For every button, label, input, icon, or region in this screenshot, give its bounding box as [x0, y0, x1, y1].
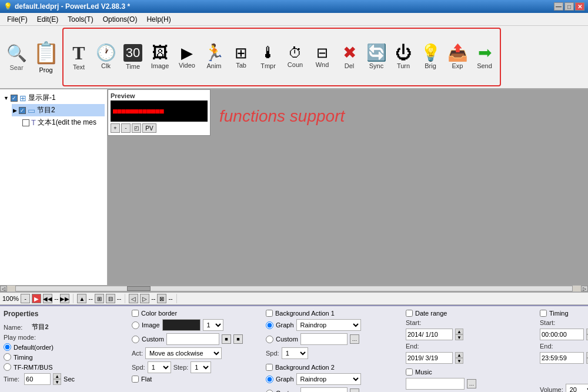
start-date-input[interactable]: [406, 329, 453, 340]
custom2-input[interactable]: [300, 387, 348, 392]
bg-action2-checkbox[interactable]: [266, 364, 273, 371]
music-input[interactable]: [406, 378, 465, 390]
menu-file[interactable]: File(F): [2, 14, 32, 25]
playmode-timing-radio[interactable]: [4, 353, 11, 361]
tree-item-text[interactable]: T 文本1(edit the mes: [21, 116, 105, 129]
tree-item-program[interactable]: ▶ ✓ ▭ 节目2: [12, 104, 105, 116]
tree-checkbox-screen[interactable]: ✓: [11, 95, 18, 102]
sync-button[interactable]: 🔄 Sync: [363, 31, 389, 83]
anim-button[interactable]: 🏃 Anim: [201, 31, 227, 83]
music-browse-btn[interactable]: …: [467, 379, 476, 388]
playmode-tf-radio[interactable]: [4, 363, 11, 371]
nav-right-btn[interactable]: ▷: [140, 294, 149, 303]
play-btn[interactable]: ▶: [32, 294, 41, 303]
spd-select[interactable]: 1: [148, 361, 171, 373]
nav-up-btn[interactable]: ▲: [77, 294, 86, 303]
graph1-select[interactable]: Raindrop: [296, 319, 361, 331]
scroll-right-arrow[interactable]: ▷: [581, 286, 588, 292]
preview-zoom-in[interactable]: +: [111, 123, 120, 133]
zoom-minus-btn[interactable]: -: [21, 294, 30, 303]
scroll-thumb[interactable]: [127, 286, 151, 291]
image-radio[interactable]: [132, 321, 139, 329]
preview-zoom-out[interactable]: -: [121, 123, 131, 133]
timing-start-input[interactable]: [540, 329, 584, 340]
music-checkbox[interactable]: [406, 368, 413, 376]
custom-btn1[interactable]: ■: [222, 334, 231, 344]
tree-item-screen[interactable]: ▼ ✓ ⊞ 显示屏-1: [2, 92, 105, 104]
custom-radio[interactable]: [132, 336, 139, 343]
del-button[interactable]: ✖ Del: [336, 31, 362, 83]
image-button[interactable]: 🖼 Image: [147, 31, 173, 83]
time-button[interactable]: 30 Time: [120, 31, 146, 83]
graph2-select[interactable]: Raindrop: [296, 373, 361, 385]
timing-start-input-row: ▲ ▼: [540, 329, 588, 340]
start-date-down[interactable]: ▼: [455, 334, 463, 340]
clk-button[interactable]: 🕐 Clk: [93, 31, 119, 83]
custom1-input[interactable]: [300, 333, 348, 345]
minimize-button[interactable]: —: [554, 2, 563, 11]
nav-expand-btn[interactable]: ⊞: [95, 294, 104, 303]
playmode-default-radio[interactable]: [4, 343, 11, 351]
nav-extra-btn[interactable]: ⊠: [157, 294, 166, 303]
volume-select[interactable]: 20: [566, 384, 588, 392]
color-border-checkbox[interactable]: [132, 310, 139, 317]
search-button[interactable]: 🔍 Sear: [4, 31, 29, 83]
exp-button[interactable]: 📤 Exp: [445, 31, 470, 83]
bg-action1-label: Background Action 1: [275, 310, 335, 317]
spd1-select[interactable]: 1: [282, 347, 308, 359]
left-panel: ▼ ✓ ⊞ 显示屏-1 ▶ ✓ ▭ 节目2 T 文本1(edit the mes: [0, 89, 108, 285]
tmpr-button[interactable]: 🌡 Tmpr: [255, 31, 281, 83]
menu-tools[interactable]: Tools(T): [63, 14, 98, 25]
custom1-btn[interactable]: …: [350, 334, 359, 344]
maximize-button[interactable]: □: [564, 2, 574, 11]
menu-edit[interactable]: Edit(E): [32, 14, 64, 25]
act-select[interactable]: Move as clockwise: [145, 347, 222, 359]
tab-button[interactable]: ⊞ Tab: [228, 31, 254, 83]
timing-end-input[interactable]: [540, 352, 584, 364]
graph2-radio[interactable]: [266, 376, 273, 383]
custom1-radio[interactable]: [266, 336, 273, 343]
end-date-input[interactable]: [406, 352, 453, 364]
end-date-down[interactable]: ▼: [455, 358, 463, 364]
send-button[interactable]: ➡ Send: [472, 31, 497, 83]
preview-play[interactable]: PV: [142, 123, 156, 133]
nav-compress-btn[interactable]: ⊟: [106, 294, 115, 303]
end-date-label: End:: [406, 343, 419, 350]
start-date-up[interactable]: ▲: [455, 329, 463, 334]
tree-checkbox-program[interactable]: ✓: [19, 107, 26, 114]
time-spin-up[interactable]: ▲: [53, 373, 61, 379]
text-button[interactable]: T Text: [66, 31, 92, 83]
image-select[interactable]: 1: [203, 319, 223, 331]
video-button[interactable]: ▶ Video: [174, 31, 200, 83]
coun-button[interactable]: ⏱ Coun: [282, 31, 308, 83]
turn-button[interactable]: ⏻ Turn: [390, 31, 416, 83]
custom-input[interactable]: [166, 333, 219, 345]
time-input[interactable]: [24, 373, 51, 385]
timing-checkbox[interactable]: [540, 310, 547, 317]
end-date-up[interactable]: ▲: [455, 352, 463, 358]
brig-button[interactable]: 💡 Brig: [417, 31, 443, 83]
menu-options[interactable]: Options(O): [98, 14, 142, 25]
step-select[interactable]: 1: [191, 361, 211, 373]
flat-checkbox[interactable]: [132, 376, 139, 383]
tree-expand-icon2[interactable]: ▶: [13, 108, 17, 113]
wnd-button[interactable]: ⊟ Wnd: [309, 31, 335, 83]
date-range-checkbox[interactable]: [406, 310, 413, 317]
prog-button[interactable]: 📋 Prog: [31, 31, 61, 83]
image-input[interactable]: [162, 319, 201, 331]
bg-action1-checkbox[interactable]: [266, 310, 273, 317]
nav-left-btn[interactable]: ◁: [129, 294, 138, 303]
custom2-btn[interactable]: …: [350, 388, 359, 392]
close-button[interactable]: ✕: [575, 2, 584, 11]
preview-fit[interactable]: ◰: [132, 123, 141, 133]
time-spin-down[interactable]: ▼: [53, 379, 61, 385]
custom2-radio[interactable]: [266, 390, 273, 393]
menu-help[interactable]: Help(H): [142, 14, 175, 25]
graph1-radio[interactable]: [266, 321, 273, 329]
custom-btn2[interactable]: ■: [233, 334, 243, 344]
tree-expand-icon[interactable]: ▼: [4, 95, 9, 101]
scroll-left-arrow[interactable]: ◁: [0, 286, 7, 292]
nav-next-next[interactable]: ▶▶: [60, 294, 69, 303]
nav-prev-prev[interactable]: ◀◀: [43, 294, 52, 303]
tree-checkbox-text[interactable]: [22, 119, 29, 126]
